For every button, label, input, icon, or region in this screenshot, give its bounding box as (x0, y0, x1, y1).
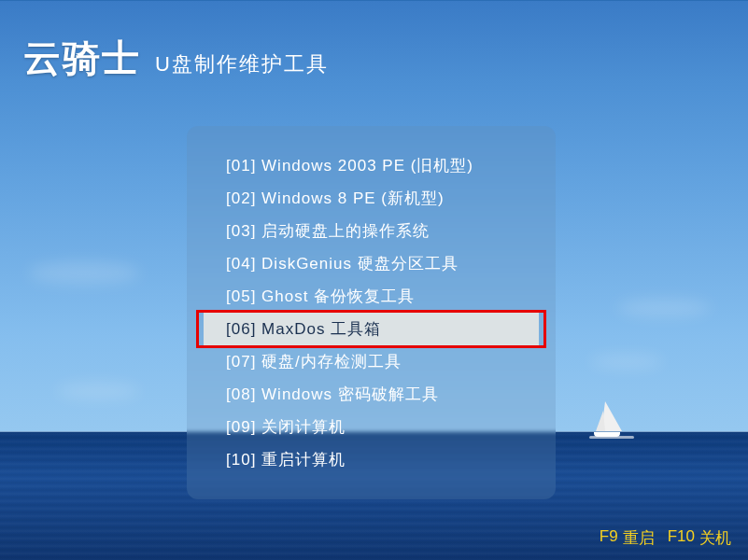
menu-item-label: [05] Ghost 备份恢复工具 (187, 280, 556, 313)
menu-item-04[interactable]: [04] DiskGenius 硬盘分区工具 (187, 247, 556, 280)
boot-menu-panel: [01] Windows 2003 PE (旧机型) [02] Windows … (187, 126, 556, 499)
hint-key: F9 (600, 527, 618, 549)
footer-hints: F9 重启 F10 关机 (600, 527, 731, 549)
hint-shutdown: F10 关机 (668, 527, 731, 549)
brand-logo: 云骑士 (23, 33, 141, 84)
menu-item-label: [06] MaxDos 工具箱 (204, 313, 539, 345)
menu-item-06[interactable]: [06] MaxDos 工具箱 (204, 313, 539, 345)
menu-item-label: [10] 重启计算机 (187, 443, 556, 476)
hint-label: 重启 (623, 527, 655, 549)
menu-item-08[interactable]: [08] Windows 密码破解工具 (187, 378, 556, 411)
menu-item-01[interactable]: [01] Windows 2003 PE (旧机型) (187, 149, 556, 182)
menu-item-label: [04] DiskGenius 硬盘分区工具 (187, 247, 556, 280)
menu-item-05[interactable]: [05] Ghost 备份恢复工具 (187, 280, 556, 313)
menu-item-label: [03] 启动硬盘上的操作系统 (187, 215, 556, 247)
sailboat-decoration (594, 401, 631, 443)
menu-item-label: [01] Windows 2003 PE (旧机型) (187, 149, 556, 182)
hint-key: F10 (668, 527, 695, 549)
hint-label: 关机 (699, 527, 731, 549)
menu-item-03[interactable]: [03] 启动硬盘上的操作系统 (187, 215, 556, 247)
menu-item-label: [09] 关闭计算机 (187, 411, 556, 443)
menu-item-label: [08] Windows 密码破解工具 (187, 378, 556, 411)
menu-item-label: [07] 硬盘/内存检测工具 (187, 345, 556, 378)
menu-item-label: [02] Windows 8 PE (新机型) (187, 182, 556, 215)
menu-item-02[interactable]: [02] Windows 8 PE (新机型) (187, 182, 556, 215)
menu-item-09[interactable]: [09] 关闭计算机 (187, 411, 556, 443)
menu-item-10[interactable]: [10] 重启计算机 (187, 443, 556, 476)
hint-reboot: F9 重启 (600, 527, 655, 549)
brand-subtitle: U盘制作维护工具 (155, 50, 329, 78)
brand-header: 云骑士 U盘制作维护工具 (23, 33, 329, 84)
menu-item-07[interactable]: [07] 硬盘/内存检测工具 (187, 345, 556, 378)
